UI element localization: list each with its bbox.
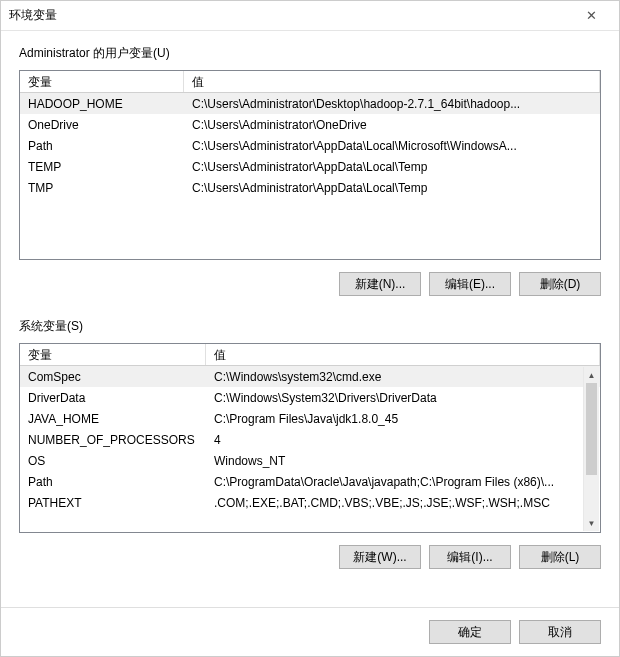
table-row[interactable]: OS Windows_NT (20, 450, 600, 471)
table-row[interactable]: PATHEXT .COM;.EXE;.BAT;.CMD;.VBS;.VBE;.J… (20, 492, 600, 513)
var-name: Path (20, 473, 206, 491)
var-name: HADOOP_HOME (20, 95, 184, 113)
column-header-value[interactable]: 值 (184, 71, 600, 92)
user-vars-label: Administrator 的用户变量(U) (19, 45, 601, 62)
var-value: C:\Program Files\Java\jdk1.8.0_45 (206, 410, 600, 428)
var-name: TMP (20, 179, 184, 197)
sys-vars-list[interactable]: 变量 值 ComSpec C:\Windows\system32\cmd.exe… (19, 343, 601, 533)
var-name: Path (20, 137, 184, 155)
sys-vars-buttons: 新建(W)... 编辑(I)... 删除(L) (19, 533, 601, 577)
var-name: ComSpec (20, 368, 206, 386)
column-header-name[interactable]: 变量 (20, 71, 184, 92)
titlebar: 环境变量 ✕ (1, 1, 619, 31)
window-title: 环境变量 (9, 7, 571, 24)
sys-edit-button[interactable]: 编辑(I)... (429, 545, 511, 569)
sys-vars-header: 变量 值 (20, 344, 600, 366)
scroll-up-icon[interactable]: ▲ (584, 367, 599, 383)
table-row[interactable]: OneDrive C:\Users\Administrator\OneDrive (20, 114, 600, 135)
var-value: C:\Users\Administrator\Desktop\hadoop-2.… (184, 95, 600, 113)
dialog-content: Administrator 的用户变量(U) 变量 值 HADOOP_HOME … (1, 31, 619, 607)
table-row[interactable]: NUMBER_OF_PROCESSORS 4 (20, 429, 600, 450)
var-value: C:\Users\Administrator\AppData\Local\Tem… (184, 158, 600, 176)
scroll-thumb[interactable] (586, 383, 597, 475)
var-value: 4 (206, 431, 600, 449)
var-name: DriverData (20, 389, 206, 407)
var-value: C:\ProgramData\Oracle\Java\javapath;C:\P… (206, 473, 600, 491)
table-row[interactable]: ComSpec C:\Windows\system32\cmd.exe (20, 366, 600, 387)
table-row[interactable]: Path C:\ProgramData\Oracle\Java\javapath… (20, 471, 600, 492)
var-value: C:\Users\Administrator\AppData\Local\Tem… (184, 179, 600, 197)
var-name: PATHEXT (20, 494, 206, 512)
dialog-footer: 确定 取消 (1, 607, 619, 656)
table-row[interactable]: Path C:\Users\Administrator\AppData\Loca… (20, 135, 600, 156)
var-name: TEMP (20, 158, 184, 176)
user-vars-body: HADOOP_HOME C:\Users\Administrator\Deskt… (20, 93, 600, 198)
var-name: OS (20, 452, 206, 470)
table-row[interactable]: TMP C:\Users\Administrator\AppData\Local… (20, 177, 600, 198)
close-button[interactable]: ✕ (571, 2, 611, 30)
table-row[interactable]: TEMP C:\Users\Administrator\AppData\Loca… (20, 156, 600, 177)
var-value: C:\Windows\system32\cmd.exe (206, 368, 600, 386)
env-vars-dialog: 环境变量 ✕ Administrator 的用户变量(U) 变量 值 HADOO… (0, 0, 620, 657)
var-value: C:\Users\Administrator\AppData\Local\Mic… (184, 137, 600, 155)
sys-vars-body: ComSpec C:\Windows\system32\cmd.exe Driv… (20, 366, 600, 513)
user-delete-button[interactable]: 删除(D) (519, 272, 601, 296)
sys-vars-scrollbar[interactable]: ▲ ▼ (583, 367, 599, 531)
cancel-button[interactable]: 取消 (519, 620, 601, 644)
user-vars-list[interactable]: 变量 值 HADOOP_HOME C:\Users\Administrator\… (19, 70, 601, 260)
user-edit-button[interactable]: 编辑(E)... (429, 272, 511, 296)
var-value: C:\Windows\System32\Drivers\DriverData (206, 389, 600, 407)
var-name: OneDrive (20, 116, 184, 134)
column-header-value[interactable]: 值 (206, 344, 600, 365)
sys-delete-button[interactable]: 删除(L) (519, 545, 601, 569)
table-row[interactable]: JAVA_HOME C:\Program Files\Java\jdk1.8.0… (20, 408, 600, 429)
var-name: NUMBER_OF_PROCESSORS (20, 431, 206, 449)
scroll-track[interactable] (584, 383, 599, 515)
var-value: .COM;.EXE;.BAT;.CMD;.VBS;.VBE;.JS;.JSE;.… (206, 494, 600, 512)
user-new-button[interactable]: 新建(N)... (339, 272, 421, 296)
user-vars-buttons: 新建(N)... 编辑(E)... 删除(D) (19, 260, 601, 304)
close-icon: ✕ (586, 8, 597, 23)
sys-new-button[interactable]: 新建(W)... (339, 545, 421, 569)
column-header-name[interactable]: 变量 (20, 344, 206, 365)
var-name: JAVA_HOME (20, 410, 206, 428)
table-row[interactable]: DriverData C:\Windows\System32\Drivers\D… (20, 387, 600, 408)
sys-vars-label: 系统变量(S) (19, 318, 601, 335)
var-value: Windows_NT (206, 452, 600, 470)
ok-button[interactable]: 确定 (429, 620, 511, 644)
scroll-down-icon[interactable]: ▼ (584, 515, 599, 531)
var-value: C:\Users\Administrator\OneDrive (184, 116, 600, 134)
table-row[interactable]: HADOOP_HOME C:\Users\Administrator\Deskt… (20, 93, 600, 114)
user-vars-header: 变量 值 (20, 71, 600, 93)
